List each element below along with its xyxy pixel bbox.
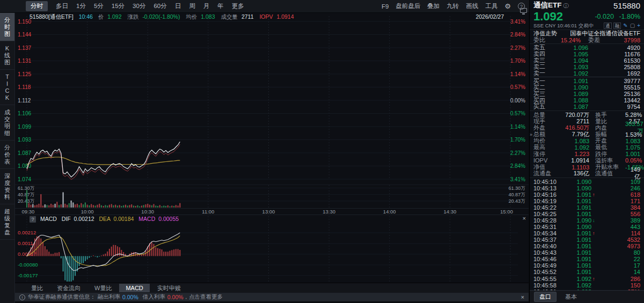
sidebar-item-3[interactable]: TICK (0, 70, 14, 105)
price-axis-label: 1.099 (18, 124, 31, 130)
trade-row[interactable]: 10:45:281.090↓389 (533, 217, 640, 224)
quote-tab-基本[interactable]: 基本 (565, 293, 577, 301)
volume-bar (34, 205, 35, 208)
macd-pane[interactable]: ? MACD DIF 0.00212 DEA 0.00184 MACD 0.00… (15, 215, 529, 283)
etf-name: 通信ETF (533, 1, 562, 9)
dif-value: 0.00212 (74, 216, 94, 222)
ask-row[interactable]: 卖一1.0921692 (533, 70, 640, 77)
period-tab-8[interactable]: 日 (175, 2, 181, 10)
period-tab-1[interactable]: 分时 (26, 1, 48, 11)
tool-item-1[interactable]: F9 (382, 3, 389, 10)
period-tab-7[interactable]: 60分 (153, 2, 166, 10)
trade-row[interactable]: 10:45:131.090246 (533, 185, 640, 191)
volume-bar (26, 190, 27, 208)
edit-icon[interactable]: ✎ (623, 23, 627, 28)
price-chart-pane[interactable]: 515880[通信ETF] 10:46 价 1.092 涨跌 -0.020(-1… (15, 13, 529, 184)
info-icon[interactable]: ⓘ (564, 3, 569, 9)
down-arrow-icon: ↓ (591, 218, 598, 223)
time-axis: 09:3010:0010:3011:0013:0013:3014:0014:30… (15, 208, 529, 215)
volume-bar (46, 205, 47, 208)
volume-bar (91, 204, 92, 208)
bid-row[interactable]: 买五1.0879754 (533, 104, 640, 110)
add-icon[interactable]: + (637, 23, 640, 28)
fund-row[interactable]: 净值走势 国泰中证全指通信设备ETF (530, 29, 644, 36)
window-icon[interactable]: ▢ (630, 23, 635, 28)
tool-item-6[interactable]: 工具 (485, 2, 497, 10)
indicator-tab-实时申赎[interactable]: 实时申赎 (157, 284, 181, 292)
trade-row[interactable]: 10:45:341.091↑114 (533, 230, 640, 237)
indicator-tab-MACD[interactable]: MACD (119, 284, 149, 292)
macd-hist-bar (53, 254, 54, 256)
trade-row[interactable]: 10:45:161.091↑618 (533, 191, 640, 198)
tool-item-2[interactable]: 盘前盘后 (396, 2, 420, 10)
period-tab-12[interactable]: 更多 (232, 2, 244, 10)
tool-item-3[interactable]: 叠加 (427, 2, 440, 10)
notice-bar[interactable]: i 华泰证券融券通供需信息： 融出利率 0.00% 借入利率 0.00% ，点击… (15, 293, 529, 301)
period-tab-3[interactable]: 1分 (76, 2, 86, 10)
volume-bar (30, 205, 31, 208)
macd-help-icon[interactable]: ? (30, 216, 36, 223)
macd-hist-bar (50, 254, 52, 256)
collapse-handle-icon[interactable]: » (530, 132, 532, 137)
macd-close-icon[interactable]: × (523, 215, 526, 221)
price-axis-label: 1.087 (18, 150, 31, 156)
macd-hist-bar (119, 247, 120, 256)
trade-row[interactable]: 10:45:251.091556 (533, 211, 640, 217)
volume-bar (83, 204, 84, 208)
trade-row[interactable]: 10:45:491.09117 (533, 262, 640, 269)
quote-time: 10:46 (79, 13, 93, 20)
tool-item-4[interactable]: 九转 (447, 2, 459, 10)
notice-close-icon[interactable]: × (521, 294, 524, 300)
trade-row[interactable]: 10:45:521.09114 (533, 269, 640, 275)
sidebar-item-4[interactable]: 成交明细 (0, 105, 14, 141)
quote-tab-盘口[interactable]: 盘口 (534, 292, 557, 302)
trade-row[interactable]: 10:45:581.092150 (533, 282, 640, 289)
trade-time: 10:45:13 (533, 185, 564, 191)
macd-hist-bar (64, 256, 65, 280)
trade-row[interactable]: 10:45:311.090443 (533, 224, 640, 230)
period-tab-10[interactable]: 月 (203, 2, 210, 10)
toolbar-right: F9盘前盘后叠加九转画线工具⚙? (382, 2, 529, 10)
macd-hist-bar (165, 252, 166, 256)
indicator-tab-W量比[interactable]: W量比 (94, 284, 112, 292)
price-change-pct: -1.80% (619, 13, 640, 20)
trade-row[interactable]: 10:45:191.091171 (533, 198, 640, 204)
trade-row[interactable]: 10:45:101.090109 (533, 179, 640, 185)
trade-row[interactable]: 10:45:371.0914532 (533, 237, 640, 243)
volume-bar (165, 206, 166, 208)
ask-volume: 25808 (588, 64, 640, 70)
trade-price: 1.091 (564, 262, 591, 269)
sidebar-item-5[interactable]: 分价表 (0, 141, 14, 169)
volume-bar (135, 206, 136, 208)
indicator-tab-量比[interactable]: 量比 (31, 284, 43, 292)
period-tab-9[interactable]: 周 (189, 2, 195, 10)
volume-pane[interactable]: 61.30万61.30万40.87万40.87万20.43万20.43万 (15, 184, 529, 208)
change-value: -0.020(-1.80%) (142, 13, 180, 20)
dea-label: DEA (99, 216, 111, 222)
notice-more-link[interactable]: ，点击查看更多 (184, 293, 223, 301)
trade-row[interactable]: 10:45:461.09122 (533, 256, 640, 262)
indicator-tab-资金流向[interactable]: 资金流向 (57, 284, 80, 292)
trade-row[interactable]: 10:45:401.0914973 (533, 243, 640, 249)
period-tab-5[interactable]: 15分 (112, 2, 125, 10)
period-tab-4[interactable]: 5分 (94, 2, 104, 10)
volume-bar (157, 206, 158, 208)
sidebar-item-6[interactable]: 深度资料 (0, 169, 14, 204)
gear-icon[interactable]: ⚙ (504, 2, 511, 10)
sidebar-item-1[interactable]: 分时图 (0, 13, 14, 41)
period-tab-11[interactable]: 年 (217, 2, 224, 10)
last-price: 1.092 (533, 10, 563, 23)
trade-row[interactable]: 10:45:551.092↑286 (533, 275, 640, 282)
period-tab-2[interactable]: 多日 (56, 2, 68, 10)
tool-item-5[interactable]: 画线 (466, 2, 478, 10)
trade-row[interactable]: 10:45:431.09180 (533, 249, 640, 256)
period-tab-6[interactable]: 30分 (133, 2, 145, 10)
trade-row[interactable]: 10:45:221.091384 (533, 204, 640, 211)
screen-icon[interactable] (520, 8, 527, 13)
sidebar-item-7[interactable]: 超级复盘 (0, 204, 14, 240)
trade-price: 1.091 (564, 243, 591, 249)
volume-bar (63, 193, 64, 208)
sidebar-item-2[interactable]: K线图 (0, 41, 14, 70)
volume-bar (109, 205, 110, 208)
fund-name: 国泰中证全指通信设备ETF (570, 29, 640, 38)
